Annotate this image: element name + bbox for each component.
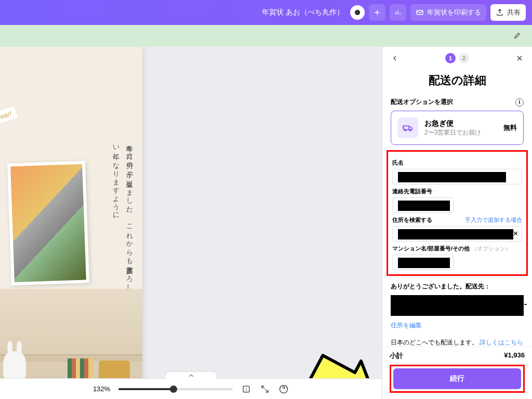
name-label: 氏名: [392, 159, 522, 167]
zoom-level[interactable]: 132%: [93, 385, 110, 393]
shipping-option-label: 配送オプションを選択 i: [391, 98, 524, 107]
expand-tab[interactable]: [165, 371, 217, 379]
subtotal-row: 小計 ¥1,936: [390, 351, 525, 361]
shipping-option-express[interactable]: お急ぎ便 2〜3営業日でお届け 無料: [391, 111, 524, 145]
shipping-price: 無料: [503, 123, 517, 132]
step-1[interactable]: 1: [445, 53, 456, 63]
expand-icon: [260, 384, 270, 394]
shipping-subtitle: 2〜3営業日でお届け: [424, 128, 497, 137]
pencil-icon[interactable]: [513, 31, 522, 39]
help-icon: [278, 384, 289, 394]
close-icon[interactable]: [515, 54, 524, 62]
add-button[interactable]: [369, 4, 385, 21]
upload-icon: [496, 8, 504, 17]
top-bar: 年賀状 あお（ぺち丸作） 年賀状を印刷する 共有: [0, 0, 532, 25]
svg-rect-2: [404, 126, 409, 129]
chevron-up-icon: [188, 374, 194, 378]
bottom-toolbar: 132% 1: [0, 378, 382, 399]
svg-text:1: 1: [245, 387, 247, 392]
thank-you-text: ありがとうございました。配送先：: [391, 282, 524, 291]
continue-button[interactable]: 続行: [393, 368, 521, 389]
address-search-label: 住所を検索する 手入力で追加する場合: [392, 216, 522, 224]
sidebar-content: 配送の詳細 配送オプションを選択 i お急ぎ便 2〜3営業日でお届け 無料 氏名…: [382, 70, 532, 347]
phone-input[interactable]: [392, 197, 454, 213]
help-button[interactable]: [278, 384, 289, 394]
chart-icon: [394, 8, 402, 17]
shipping-name: お急ぎ便: [424, 119, 497, 128]
share-label: 共有: [507, 8, 521, 17]
corner-tag: ear!: [0, 106, 18, 124]
sidebar-header: 1 2: [382, 47, 532, 70]
panel-title: 配送の詳細: [391, 73, 524, 88]
chevron-left-icon[interactable]: [391, 54, 399, 62]
edit-address-link[interactable]: 住所を編集: [391, 321, 422, 330]
page-count-button[interactable]: 1: [241, 384, 251, 394]
checkout-sidebar: 1 2 配送の詳細 配送オプションを選択 i お急ぎ便 2〜3営業日でお届け 無…: [382, 47, 532, 399]
share-button[interactable]: 共有: [490, 4, 526, 21]
baby-photo: [10, 164, 86, 283]
notification-bar: [0, 25, 532, 47]
fullscreen-button[interactable]: [260, 384, 270, 394]
print-button[interactable]: 年賀状を印刷する: [410, 4, 486, 21]
print-label: 年賀状を印刷する: [427, 8, 481, 17]
step-2[interactable]: 2: [459, 53, 469, 63]
unit-label: マンション名/部屋番号/その他 （オプション）: [392, 245, 522, 252]
sidebar-footer: 小計 ¥1,936 続行: [382, 347, 532, 399]
envelope-icon: [416, 8, 424, 17]
shipping-details-link[interactable]: 詳しくはこちら: [480, 339, 523, 346]
plus-icon: [373, 8, 381, 17]
unit-input[interactable]: [392, 255, 454, 270]
truck-icon: [397, 117, 418, 138]
canvas-area[interactable]: ear! 昨年５月に男の子が誕生しました。 これからも家族共々よろしくお願いいた…: [0, 47, 382, 399]
analytics-button[interactable]: [390, 4, 406, 21]
info-icon[interactable]: i: [515, 98, 524, 107]
step-indicator: 1 2: [445, 53, 469, 63]
continue-highlight-box: 続行: [390, 365, 525, 393]
phone-label: 連絡先電話番号: [392, 188, 522, 195]
name-input[interactable]: [392, 169, 522, 184]
manual-address-link[interactable]: 手入力で追加する場合: [465, 216, 522, 224]
user-avatar[interactable]: [350, 5, 365, 20]
document-title: 年賀状 あお（ぺち丸作）: [262, 8, 344, 17]
photo-frame: [7, 161, 89, 285]
subtotal-value: ¥1,936: [504, 351, 525, 361]
form-highlight-box: 氏名 連絡先電話番号 住所を検索する 手入力で追加する場合 ✕ マンション名/部…: [387, 150, 528, 276]
address-search-input[interactable]: ✕: [392, 226, 522, 242]
zoom-slider[interactable]: [118, 388, 233, 390]
postcard-design[interactable]: ear! 昨年５月に男の子が誕生しました。 これからも家族共々よろしくお願いいた…: [0, 47, 142, 399]
shipping-note: 日本のどこへでも配送します。 詳しくはこちら: [391, 338, 524, 347]
subtotal-label: 小計: [390, 351, 403, 361]
address-summary: [391, 295, 524, 316]
clear-icon[interactable]: ✕: [513, 230, 518, 237]
